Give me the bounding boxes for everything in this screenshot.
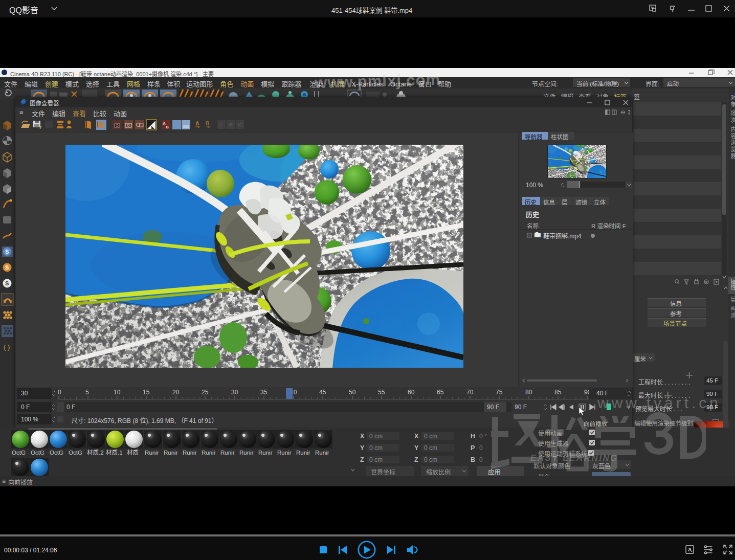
svg-text:Runir: Runir	[145, 450, 159, 456]
svg-text:S: S	[5, 280, 9, 286]
svg-text:25: 25	[202, 389, 209, 396]
svg-text:Runir: Runir	[296, 450, 310, 456]
svg-text:OctG: OctG	[31, 450, 44, 456]
svg-text:C: C	[219, 122, 222, 127]
svg-text:90: 90	[584, 389, 589, 396]
svg-text:( ): ( )	[4, 343, 10, 351]
svg-text:10: 10	[114, 389, 121, 396]
svg-text:OctG: OctG	[50, 450, 63, 456]
svg-text:B: B	[206, 121, 209, 126]
svg-text:70: 70	[466, 389, 474, 396]
svg-text:Runir: Runir	[220, 450, 235, 456]
svg-text:0: 0	[58, 389, 61, 396]
svg-text:Runir: Runir	[239, 450, 254, 456]
svg-text:IC: IC	[238, 122, 243, 127]
svg-text:OctG: OctG	[69, 450, 82, 456]
svg-text:S: S	[5, 264, 9, 271]
svg-text:S: S	[5, 249, 9, 255]
svg-text:A: A	[195, 121, 199, 126]
svg-text:IE: IE	[229, 122, 233, 127]
svg-text:15: 15	[143, 389, 150, 396]
svg-text:20: 20	[172, 389, 180, 396]
svg-text:B: B	[166, 125, 169, 129]
svg-text:Runir: Runir	[164, 450, 178, 456]
svg-text:30: 30	[231, 389, 238, 396]
svg-text:35: 35	[260, 389, 268, 396]
svg-text:50: 50	[349, 389, 356, 396]
svg-text:?: ?	[39, 125, 42, 130]
svg-text:55: 55	[378, 389, 385, 396]
svg-text:65: 65	[437, 389, 444, 396]
svg-text:Runir: Runir	[202, 450, 216, 456]
svg-text:Runir: Runir	[183, 450, 197, 456]
svg-text:75: 75	[496, 389, 503, 396]
svg-text:80: 80	[525, 389, 532, 396]
svg-text:Runir: Runir	[315, 450, 329, 456]
svg-text:材质.1: 材质.1	[106, 449, 123, 456]
svg-text:5: 5	[85, 389, 89, 396]
svg-text:45: 45	[319, 389, 326, 396]
svg-text:Runir: Runir	[277, 450, 292, 456]
svg-text:材质: 材质	[127, 449, 139, 456]
svg-text:60: 60	[408, 389, 415, 396]
svg-text:85: 85	[554, 389, 562, 396]
svg-text:OctG: OctG	[12, 450, 26, 456]
svg-text:材质.2: 材质.2	[87, 449, 104, 456]
svg-text:Runir: Runir	[258, 450, 273, 456]
